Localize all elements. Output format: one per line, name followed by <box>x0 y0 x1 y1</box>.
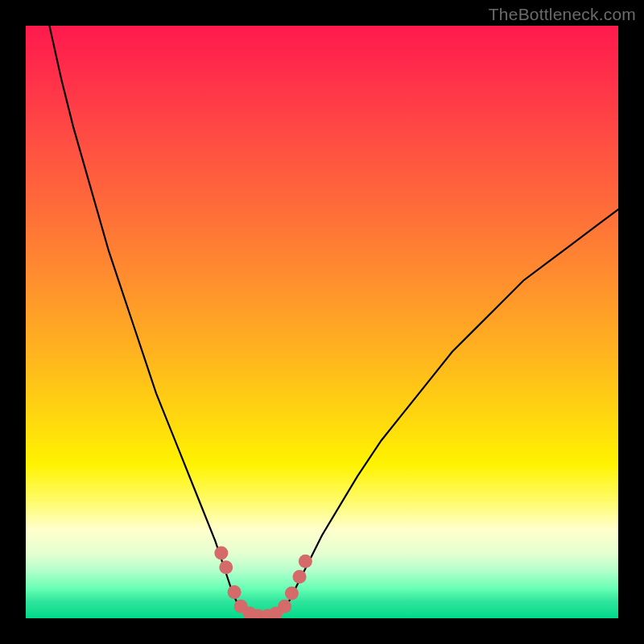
marker-group <box>214 547 312 618</box>
watermark-text: TheBottleneck.com <box>489 5 636 24</box>
chart-frame: TheBottleneck.com <box>0 0 644 644</box>
data-marker <box>261 609 275 618</box>
data-marker <box>214 547 228 560</box>
data-marker <box>251 609 265 618</box>
plot-area <box>26 26 618 618</box>
data-marker <box>228 585 242 599</box>
data-marker <box>243 607 257 618</box>
data-marker <box>234 600 248 613</box>
data-marker <box>299 555 312 568</box>
data-marker <box>278 600 291 613</box>
bottleneck-curve <box>49 26 618 617</box>
curve-group <box>49 26 618 617</box>
data-marker <box>269 607 283 618</box>
data-marker <box>219 560 233 574</box>
data-marker <box>293 570 307 584</box>
curve-layer <box>26 26 618 618</box>
data-marker <box>285 587 299 601</box>
